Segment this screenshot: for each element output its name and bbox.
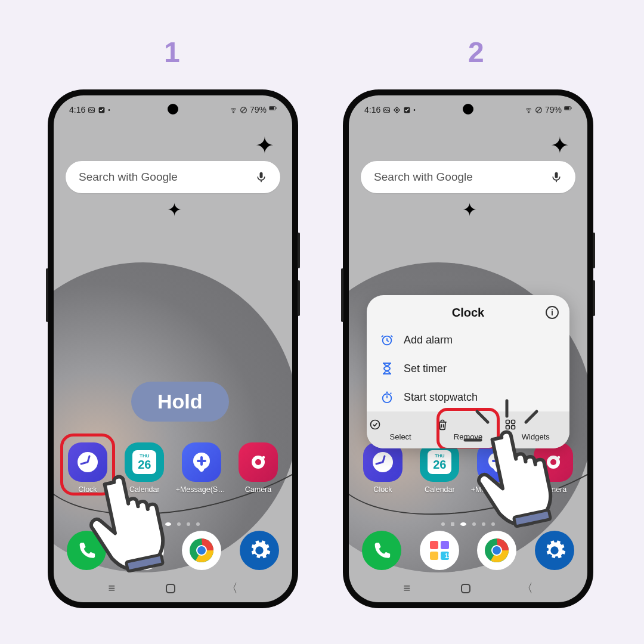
footer-select[interactable]: Select xyxy=(367,411,434,448)
svg-rect-40 xyxy=(506,420,509,424)
page-indicator[interactable] xyxy=(349,522,587,526)
dock-chrome[interactable] xyxy=(477,531,516,570)
svg-point-51 xyxy=(493,546,501,555)
menu-add-alarm[interactable]: Add alarm xyxy=(367,326,569,354)
google-search-bar[interactable]: Search with Google xyxy=(361,161,575,193)
footer-remove[interactable]: Remove xyxy=(434,411,501,448)
mic-icon[interactable] xyxy=(255,171,267,183)
svg-point-36 xyxy=(558,456,560,459)
dot-icon: • xyxy=(108,107,110,113)
app-camera[interactable]: Camera xyxy=(528,442,579,494)
svg-point-39 xyxy=(371,420,380,429)
dock-settings[interactable] xyxy=(535,531,574,570)
dot-icon: • xyxy=(413,107,416,113)
nav-recents[interactable]: ≡ xyxy=(403,581,410,595)
svg-text:15: 15 xyxy=(445,553,452,559)
app-calendar[interactable]: THU26 Calendar xyxy=(414,442,465,494)
check-circle-icon xyxy=(369,419,432,431)
battery-icon xyxy=(564,106,572,114)
step-2-label: 2 xyxy=(468,36,484,69)
dock-phone[interactable] xyxy=(362,531,401,570)
checkbox-icon xyxy=(98,106,106,114)
svg-rect-41 xyxy=(511,420,515,424)
status-bar: 4:16 • 79% xyxy=(349,101,587,118)
no-sim-icon xyxy=(535,106,543,114)
nav-recents[interactable]: ≡ xyxy=(108,581,115,595)
mic-icon[interactable] xyxy=(550,171,562,183)
app-message[interactable]: +Message(SM… xyxy=(471,442,522,494)
menu-start-stopwatch[interactable]: Start stopwatch xyxy=(367,383,569,411)
footer-widgets[interactable]: Widgets xyxy=(502,411,569,448)
svg-rect-14 xyxy=(145,541,154,549)
search-placeholder: Search with Google xyxy=(374,171,473,184)
app-label: Calendar xyxy=(414,485,465,494)
image-icon xyxy=(88,106,95,114)
svg-rect-22 xyxy=(166,584,175,593)
svg-point-21 xyxy=(197,546,206,555)
dock-settings[interactable] xyxy=(240,531,279,570)
app-label: +Message(SM… xyxy=(471,485,522,494)
svg-rect-43 xyxy=(511,426,515,429)
home-screen-2[interactable]: 4:16 • 79% ✦ ✦ Search with Google Clock xyxy=(349,95,587,602)
nav-home[interactable] xyxy=(460,583,472,595)
dock: 15 xyxy=(67,531,279,570)
app-label: Calendar xyxy=(119,485,170,494)
app-calendar[interactable]: THU26 Calendar xyxy=(119,442,170,494)
svg-rect-52 xyxy=(462,584,470,593)
dock-apps[interactable]: 15 xyxy=(420,531,459,570)
menu-label: Add alarm xyxy=(404,334,453,346)
stopwatch-icon xyxy=(380,390,394,404)
battery-percent: 79% xyxy=(545,105,562,114)
menu-label: Start stopwatch xyxy=(404,391,478,404)
sparkle-icon: ✦ xyxy=(255,132,274,159)
svg-point-12 xyxy=(262,456,265,459)
clock-context-menu: Clock i Add alarm Set timer Start stopwa… xyxy=(367,295,569,448)
hourglass-icon xyxy=(380,361,394,376)
calendar-icon: THU26 xyxy=(125,442,164,482)
battery-percent: 79% xyxy=(250,105,267,114)
nav-back[interactable]: 〈 xyxy=(226,580,238,596)
svg-point-38 xyxy=(383,394,392,403)
wifi-icon xyxy=(230,106,237,114)
dock-chrome[interactable] xyxy=(182,531,221,570)
dock-phone[interactable] xyxy=(67,531,106,570)
app-label: +Message(SM… xyxy=(176,485,227,494)
menu-label: Set timer xyxy=(404,363,447,375)
search-placeholder: Search with Google xyxy=(79,171,178,184)
google-search-bar[interactable]: Search with Google xyxy=(66,161,280,193)
nav-back[interactable]: 〈 xyxy=(521,580,533,596)
info-icon[interactable]: i xyxy=(546,306,559,319)
nav-home[interactable] xyxy=(165,583,177,595)
svg-line-3 xyxy=(242,108,246,112)
svg-rect-46 xyxy=(430,552,438,560)
home-screen-1[interactable]: 4:16 • 79% xyxy=(54,95,292,602)
hold-instruction-badge: Hold xyxy=(131,382,229,422)
checkbox-icon xyxy=(403,106,411,114)
svg-rect-29 xyxy=(565,107,569,110)
app-clock[interactable]: Clock xyxy=(357,442,408,494)
no-sim-icon xyxy=(240,106,247,114)
app-message[interactable]: +Message(SM… xyxy=(176,442,227,494)
message-icon xyxy=(182,442,221,482)
step-1-label: 1 xyxy=(164,36,180,69)
menu-set-timer[interactable]: Set timer xyxy=(367,354,569,383)
svg-rect-42 xyxy=(506,426,509,429)
nav-bar: ≡ 〈 xyxy=(54,580,292,596)
svg-line-27 xyxy=(537,108,541,112)
footer-label: Select xyxy=(390,432,411,441)
status-time: 4:16 xyxy=(364,105,380,114)
highlight-remove-button xyxy=(436,408,499,448)
camera-icon xyxy=(239,442,278,482)
status-time: 4:16 xyxy=(69,105,85,114)
svg-rect-30 xyxy=(571,107,572,109)
svg-rect-31 xyxy=(555,172,558,178)
nearby-icon xyxy=(393,106,401,114)
sparkle-icon: ✦ xyxy=(167,199,182,220)
dock-apps[interactable]: 15 xyxy=(125,531,164,570)
sparkle-icon: ✦ xyxy=(462,199,477,220)
svg-rect-15 xyxy=(135,552,143,560)
svg-rect-5 xyxy=(270,107,274,110)
svg-rect-45 xyxy=(441,541,449,549)
page-indicator[interactable] xyxy=(54,522,292,526)
app-camera[interactable]: Camera xyxy=(233,442,284,494)
